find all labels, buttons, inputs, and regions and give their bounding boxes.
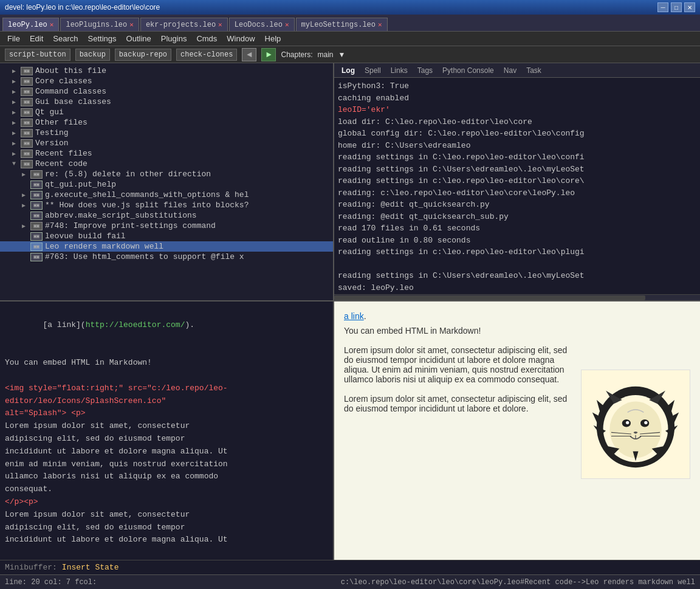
tree-item-qt[interactable]: ▶ ▣▣ Qt gui: [0, 107, 333, 117]
nav-back-button[interactable]: ◄: [242, 48, 256, 61]
chapters-dropdown-icon[interactable]: ▼: [338, 50, 346, 59]
nav-fwd-button[interactable]: ►: [261, 48, 276, 61]
log-tab-python[interactable]: Python Console: [437, 65, 499, 76]
menu-bar: File Edit Search Settings Outline Plugin…: [0, 32, 700, 46]
tree-arrow: ▶: [12, 119, 21, 126]
tree-item-core[interactable]: ▶ ▣▣ Core classes: [0, 76, 333, 86]
tab-leopy[interactable]: leoPy.leo ✕: [2, 18, 59, 31]
tree-item-recent-files[interactable]: ▶ ▣▣ Recent files: [0, 148, 333, 159]
tab-leoplugins[interactable]: leoPlugins.leo ✕: [60, 18, 139, 31]
tree-item-version[interactable]: ▶ ▣▣ Version: [0, 138, 333, 148]
preview-link-suffix: .: [364, 311, 366, 321]
tree-item-leovue[interactable]: ▣▣ leovue build fail: [0, 231, 333, 241]
tab-close-icon[interactable]: ✕: [129, 21, 134, 29]
tree-icon: ▣▣: [30, 222, 43, 230]
check-clones-btn[interactable]: check-clones: [176, 49, 237, 61]
editor-text: [a link](http://leoeditor.com/).: [5, 306, 328, 344]
menu-help[interactable]: Help: [260, 33, 286, 44]
tree-item-gexec[interactable]: ▶ ▣▣ g.execute_shell_commands_with_optio…: [0, 190, 333, 200]
tab-myleosettings[interactable]: myLeoSettings.leo ✕: [296, 18, 388, 31]
maximize-button[interactable]: □: [671, 2, 682, 12]
tree-label: #748: Improve print-settings command: [45, 221, 216, 230]
tree-item-763[interactable]: ▣▣ #763: Use html_comments to support @f…: [0, 252, 333, 262]
close-button[interactable]: ✕: [684, 2, 695, 12]
tree-item-recent-code[interactable]: ▼ ▣▣ Recent code: [0, 159, 333, 169]
menu-search[interactable]: Search: [48, 33, 83, 44]
editor-line: ullamco laboris nisi ut aliquip ex ea co…: [5, 470, 328, 483]
tree-item-markdown[interactable]: ▣▣ Leo renders markdown well: [0, 241, 333, 252]
tree-icon: ▣▣: [21, 129, 33, 137]
tree-item-vuejs[interactable]: ▶ ▣▣ ** How does vue.js split files into…: [0, 200, 333, 210]
log-line: reading settings in C:\Users\edreamleo\.…: [338, 270, 696, 282]
log-tab-spell[interactable]: Spell: [360, 65, 386, 76]
menu-cmds[interactable]: Cmds: [191, 33, 222, 44]
tree-item-testing[interactable]: ▶ ▣▣ Testing: [0, 128, 333, 138]
minimize-button[interactable]: ─: [657, 2, 668, 12]
preview-lion-image: [581, 370, 690, 479]
tree-icon: ▣▣: [21, 119, 33, 127]
menu-settings[interactable]: Settings: [83, 33, 122, 44]
log-line: reading settings in c:\leo.repo\leo-edit…: [338, 175, 696, 187]
menu-file[interactable]: File: [2, 33, 25, 44]
menu-outline[interactable]: Outline: [122, 33, 156, 44]
tree-item-qtgui-put[interactable]: ▣▣ qt_gui.put_help: [0, 179, 333, 190]
log-line: home dir: C:\Users\edreamleo: [338, 140, 696, 152]
preview-lorem-text: Lorem ipsum dolor sit amet, consectetur …: [344, 345, 571, 479]
script-button-btn[interactable]: script-button: [5, 49, 70, 61]
tab-close-icon[interactable]: ✕: [50, 21, 54, 29]
menu-edit[interactable]: Edit: [25, 33, 48, 44]
tree-item-abbrev[interactable]: ▣▣ abbrev.make_script_substitutions: [0, 210, 333, 221]
tab-leodocs[interactable]: LeoDocs.leo ✕: [229, 18, 295, 31]
tree-label: g.execute_shell_commands_with_options & …: [45, 190, 249, 199]
log-scrollbar-h[interactable]: [334, 294, 700, 300]
preview-lorem-section: Lorem ipsum dolor sit amet, consectetur …: [344, 345, 690, 479]
preview-link[interactable]: a link: [344, 311, 364, 321]
title-bar-text: devel: leoPy.leo in c:\leo.repo\leo-edit…: [5, 3, 160, 12]
tab-close-icon[interactable]: ✕: [285, 21, 289, 29]
menu-window[interactable]: Window: [222, 33, 259, 44]
log-tab-task[interactable]: Task: [521, 65, 546, 76]
tree-arrow: ▼: [12, 160, 21, 167]
editor-span: ).: [185, 320, 194, 329]
log-tab-log[interactable]: Log: [337, 65, 360, 76]
tab-ekrprojects[interactable]: ekr-projects.leo ✕: [140, 18, 228, 31]
tree-label: Leo renders markdown well: [45, 242, 163, 251]
status-left: line: 20 col: 7 fcol:: [5, 578, 341, 587]
editor-line: adipiscing elit, sed do eiusmod tempor: [5, 433, 328, 446]
tree-icon: ▣▣: [21, 77, 33, 86]
tree-item-re58[interactable]: ▶ ▣▣ re: (5.8) delete in other direction: [0, 169, 333, 179]
tree-item-about[interactable]: ▶ ▣▣ About this file: [0, 66, 333, 76]
tree-icon: ▣▣: [21, 108, 33, 117]
backup-repo-btn[interactable]: backup-repo: [115, 49, 171, 61]
menu-plugins[interactable]: Plugins: [156, 33, 192, 44]
scrollbar-thumb: [334, 295, 645, 300]
tab-close-icon[interactable]: ✕: [218, 21, 222, 29]
log-line: isPython3: True: [338, 80, 696, 92]
tree-icon: ▣▣: [21, 98, 33, 106]
log-line: read 170 files in 0.61 seconds: [338, 222, 696, 235]
backup-btn[interactable]: backup: [75, 49, 110, 61]
preview-panel: a link. You can embed HTML in Markdown! …: [334, 301, 700, 560]
tree-arrow: ▶: [22, 171, 30, 178]
tree-label: Core classes: [35, 77, 92, 86]
tree-label: abbrev.make_script_substitutions: [45, 211, 197, 220]
tab-label: myLeoSettings.leo: [301, 21, 376, 29]
tree-item-other[interactable]: ▶ ▣▣ Other files: [0, 117, 333, 128]
tree-item-748[interactable]: ▶ ▣▣ #748: Improve print-settings comman…: [0, 221, 333, 231]
tab-close-icon[interactable]: ✕: [378, 21, 382, 29]
log-line: reading settings in C:\leo.repo\leo-edit…: [338, 151, 696, 164]
title-bar: devel: leoPy.leo in c:\leo.repo\leo-edit…: [0, 0, 700, 15]
log-tab-nav[interactable]: Nav: [499, 65, 521, 76]
tree-icon: ▣▣: [30, 181, 43, 189]
log-tab-links[interactable]: Links: [386, 65, 413, 76]
editor-panel[interactable]: [a link](http://leoeditor.com/). You can…: [0, 301, 334, 560]
tree-label: leovue build fail: [45, 232, 126, 241]
tree-label: qt_gui.put_help: [45, 180, 116, 189]
tree-item-command[interactable]: ▶ ▣▣ Command classes: [0, 86, 333, 97]
editor-line: enim ad minim veniam, quis nostrud exerc…: [5, 458, 328, 471]
tree-arrow: ▶: [12, 109, 21, 116]
editor-line: incididunt ut labore et dolore magna ali…: [5, 446, 328, 458]
log-tab-tags[interactable]: Tags: [413, 65, 437, 76]
tree-item-gui[interactable]: ▶ ▣▣ Gui base classes: [0, 97, 333, 107]
tree-icon: ▣▣: [21, 150, 33, 158]
